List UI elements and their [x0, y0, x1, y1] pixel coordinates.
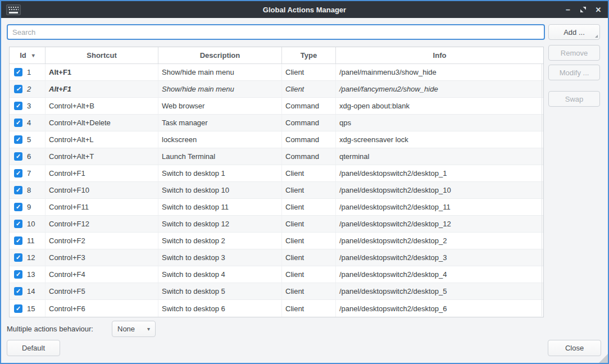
check-icon: ✓: [16, 220, 21, 228]
column-header-type[interactable]: Type: [282, 47, 336, 63]
sort-descending-icon: ▾: [32, 52, 35, 58]
cell-id: 6: [27, 152, 31, 161]
table-row[interactable]: ✓ 9 Control+F11 Switch to desktop 11 Cli…: [10, 199, 543, 216]
behaviour-select[interactable]: None ▾: [112, 321, 156, 337]
cell-type: Client: [282, 233, 336, 249]
table-body: ✓ 1 Alt+F1 Show/hide main menu Client /p…: [10, 64, 543, 317]
row-enabled-checkbox[interactable]: ✓: [14, 85, 22, 93]
cell-shortcut: Control+F10: [46, 182, 158, 198]
table-row[interactable]: ✓ 10 Control+F12 Switch to desktop 12 Cl…: [10, 216, 543, 233]
cell-shortcut: Control+Alt+L: [46, 131, 158, 148]
minimize-button[interactable]: –: [564, 6, 572, 13]
row-enabled-checkbox[interactable]: ✓: [14, 135, 22, 144]
resize-grip[interactable]: [599, 354, 608, 363]
remove-button[interactable]: Remove: [548, 45, 600, 61]
cell-id: 13: [27, 270, 35, 279]
cell-shortcut: Alt+F1: [46, 64, 158, 80]
row-enabled-checkbox[interactable]: ✓: [14, 68, 22, 76]
cell-info: /panel/desktopswitch2/desktop_12: [336, 216, 543, 232]
swap-button[interactable]: Swap: [548, 91, 600, 107]
row-enabled-checkbox[interactable]: ✓: [14, 119, 22, 127]
table-row[interactable]: ✓ 6 Control+Alt+T Launch Terminal Comman…: [10, 148, 543, 165]
cell-shortcut: Control+F1: [46, 165, 158, 181]
table-row[interactable]: ✓ 3 Control+Alt+B Web browser Command xd…: [10, 98, 543, 115]
row-enabled-checkbox[interactable]: ✓: [14, 203, 22, 211]
cell-description: lockscreen: [158, 131, 282, 148]
table-row[interactable]: ✓ 15 Control+F6 Switch to desktop 6 Clie…: [10, 300, 543, 317]
cell-info: /panel/desktopswitch2/desktop_10: [336, 182, 543, 198]
row-enabled-checkbox[interactable]: ✓: [14, 102, 22, 110]
row-enabled-checkbox[interactable]: ✓: [14, 253, 22, 262]
cell-info: qps: [336, 115, 543, 131]
table-row[interactable]: ✓ 11 Control+F2 Switch to desktop 2 Clie…: [10, 233, 543, 249]
cell-shortcut: Control+F11: [46, 199, 158, 215]
check-icon: ✓: [16, 153, 21, 160]
row-enabled-checkbox[interactable]: ✓: [14, 186, 22, 194]
titlebar[interactable]: Global Actions Manager – ✕: [1, 1, 608, 18]
add-button[interactable]: Add ...: [548, 24, 600, 40]
cell-shortcut: Control+F5: [46, 283, 158, 299]
cell-info: /panel/desktopswitch2/desktop_11: [336, 199, 543, 215]
column-header-id[interactable]: Id ▾: [10, 47, 46, 63]
cell-description: Web browser: [158, 98, 282, 114]
check-icon: ✓: [16, 237, 21, 244]
cell-id: 15: [27, 304, 35, 313]
table-row[interactable]: ✓ 7 Control+F1 Switch to desktop 1 Clien…: [10, 165, 543, 182]
column-header-description[interactable]: Description: [158, 47, 282, 63]
chevron-down-icon: ▾: [147, 326, 150, 332]
cell-shortcut: Control+Alt+Delete: [46, 115, 158, 131]
column-header-shortcut[interactable]: Shortcut: [46, 47, 158, 63]
table-row[interactable]: ✓ 8 Control+F10 Switch to desktop 10 Cli…: [10, 182, 543, 199]
cell-id: 14: [27, 287, 35, 295]
cell-description: Show/hide main menu: [158, 64, 282, 80]
cell-description: Show/hide main menu: [158, 81, 282, 97]
modify-button[interactable]: Modify ...: [548, 65, 600, 80]
cell-shortcut: Control+F3: [46, 249, 158, 266]
column-header-info[interactable]: Info: [336, 47, 543, 63]
cell-info: /panel/desktopswitch2/desktop_2: [336, 233, 543, 249]
row-enabled-checkbox[interactable]: ✓: [14, 236, 22, 245]
table-header: Id ▾ Shortcut Description Type Info: [10, 47, 543, 64]
table-row[interactable]: ✓ 13 Control+F4 Switch to desktop 4 Clie…: [10, 266, 543, 283]
cell-info: xdg-open about:blank: [336, 98, 543, 114]
row-enabled-checkbox[interactable]: ✓: [14, 152, 22, 161]
cell-id: 5: [27, 135, 31, 144]
search-input[interactable]: [7, 24, 545, 40]
cell-shortcut: Control+Alt+B: [46, 98, 158, 114]
check-icon: ✓: [16, 102, 21, 110]
cell-shortcut: Control+Alt+T: [46, 148, 158, 165]
cell-description: Switch to desktop 1: [158, 165, 282, 181]
cell-shortcut: Control+F12: [46, 216, 158, 232]
table-row[interactable]: ✓ 5 Control+Alt+L lockscreen Command xdg…: [10, 131, 543, 148]
row-enabled-checkbox[interactable]: ✓: [14, 220, 22, 228]
table-row[interactable]: ✓ 12 Control+F3 Switch to desktop 3 Clie…: [10, 249, 543, 266]
row-enabled-checkbox[interactable]: ✓: [14, 287, 22, 295]
cell-info: qterminal: [336, 148, 543, 165]
row-enabled-checkbox[interactable]: ✓: [14, 270, 22, 279]
cell-shortcut: Control+F4: [46, 266, 158, 283]
default-button[interactable]: Default: [7, 340, 60, 356]
close-button[interactable]: Close: [548, 340, 601, 356]
cell-type: Command: [282, 115, 336, 131]
cell-id: 12: [27, 253, 35, 262]
table-row[interactable]: ✓ 1 Alt+F1 Show/hide main menu Client /p…: [10, 64, 543, 81]
check-icon: ✓: [16, 305, 21, 312]
cell-type: Client: [282, 249, 336, 266]
table-row[interactable]: ✓ 4 Control+Alt+Delete Task manager Comm…: [10, 115, 543, 131]
row-enabled-checkbox[interactable]: ✓: [14, 169, 22, 178]
table-row[interactable]: ✓ 2 Alt+F1 Show/hide main menu Client /p…: [10, 81, 543, 98]
window-controls: – ✕: [564, 1, 602, 18]
cell-type: Client: [282, 266, 336, 283]
check-icon: ✓: [16, 136, 21, 143]
cell-type: Client: [282, 182, 336, 198]
check-icon: ✓: [16, 85, 21, 93]
close-window-button[interactable]: ✕: [594, 6, 602, 13]
cell-info: /panel/desktopswitch2/desktop_4: [336, 266, 543, 283]
cell-id: 9: [27, 203, 31, 211]
row-enabled-checkbox[interactable]: ✓: [14, 304, 22, 313]
restore-button[interactable]: [579, 6, 587, 13]
check-icon: ✓: [16, 186, 21, 194]
restore-icon: [580, 6, 587, 13]
table-row[interactable]: ✓ 14 Control+F5 Switch to desktop 5 Clie…: [10, 283, 543, 300]
global-actions-manager-window: Global Actions Manager – ✕ Add ... Remov…: [0, 0, 609, 364]
